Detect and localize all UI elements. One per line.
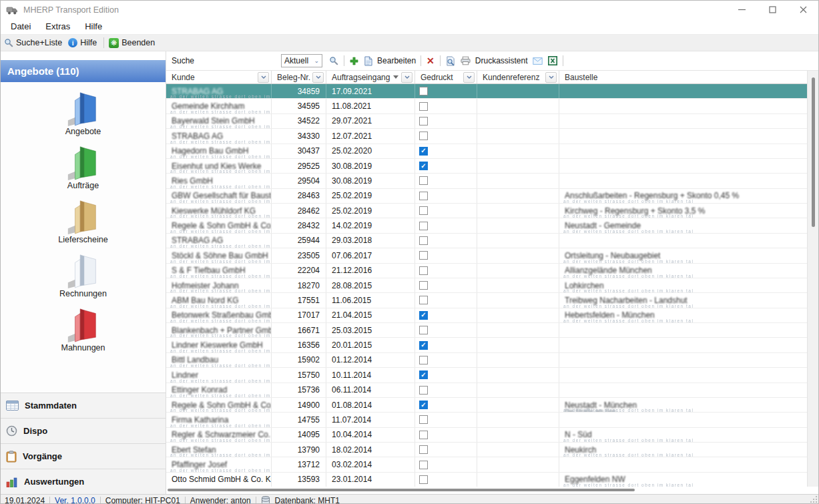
column-header-baustelle[interactable]: Baustelle [559,71,808,83]
resize-grip[interactable] [810,495,818,504]
vertical-scroll-thumb[interactable] [812,77,815,227]
gedruckt-checkbox[interactable] [419,296,428,304]
table-row[interactable]: Pfaffinger Josefan der weiten strasse do… [166,457,808,472]
table-row[interactable]: Betonwerk Straßenbau GmbHan der weiten s… [166,308,808,323]
filter-button[interactable] [312,72,324,83]
table-row[interactable]: Gemeinde Kirchhaman der weiten strasse d… [166,99,808,113]
column-header-gedruckt[interactable]: Gedruckt [415,71,477,83]
gedruckt-checkbox[interactable] [419,236,428,245]
druckassistent-label[interactable]: Druckassistent [473,56,530,65]
table-row[interactable]: Regler & Schwarzmeier Co. KGan der weite… [166,428,808,443]
email-button[interactable] [530,57,545,65]
gedruckt-checkbox[interactable] [419,326,428,334]
table-row[interactable]: Hofmeister Johannan der weiten strasse d… [166,278,808,293]
sidebar-folder-lieferscheine[interactable]: Lieferscheine [1,197,166,251]
table-row[interactable]: Firma Katharinaan der weiten strasse dor… [166,413,808,427]
sidebar-folder-auftraege[interactable]: Aufträge [1,143,166,197]
gedruckt-checkbox[interactable] [419,386,428,395]
gedruckt-checkbox[interactable] [419,370,428,379]
gedruckt-checkbox[interactable] [419,281,428,290]
table-row[interactable]: Regele & Sohn GmbH & Co. KGan der weiten… [166,398,808,413]
bearbeiten-label[interactable]: Bearbeiten [375,56,418,65]
vertical-scrollbar[interactable] [807,71,818,487]
column-header-kundenreferenz[interactable]: Kundenreferenz [477,71,559,83]
table-row[interactable]: ABM Bau Nord KGan der weiten strasse dor… [166,293,808,308]
add-record-button[interactable] [347,57,361,65]
column-header-auftragseingang[interactable]: Auftragseingang [326,71,415,83]
table-row[interactable]: Bayerwald Stein GmbHan der weiten strass… [166,114,808,129]
suche-liste-button[interactable]: Suche+Liste [2,37,66,49]
close-button[interactable] [788,1,818,19]
horizontal-scrollbar[interactable] [166,487,808,494]
table-row[interactable]: Lindneran der weiten strasse dort oben i… [166,368,808,383]
gedruckt-checkbox[interactable] [419,206,428,215]
excel-export-button[interactable] [545,56,560,65]
gedruckt-checkbox[interactable] [419,415,428,424]
gedruckt-checkbox[interactable] [419,445,428,454]
table-row[interactable]: Bittl Landbauan der weiten strasse dort … [166,353,808,368]
search-input[interactable] [198,53,281,68]
gedruckt-checkbox[interactable] [419,147,428,156]
search-scope-select[interactable]: Aktuell ⌄ [281,54,322,67]
gedruckt-checkbox[interactable] [419,87,428,95]
filter-button[interactable] [545,72,557,83]
sidebar-folder-mahnungen[interactable]: Mahnungen [1,305,166,359]
menu-extras[interactable]: Extras [38,20,77,33]
nav-item-dispo[interactable]: Dispo [1,418,166,443]
horizontal-scroll-thumb[interactable] [168,489,635,491]
column-header-beleg-nr-[interactable]: Beleg-Nr. [272,71,326,83]
nav-item-stammdaten[interactable]: Stammdaten [1,393,166,418]
table-row[interactable]: Hagedorn Bau GmbHan der weiten strasse d… [166,144,808,159]
gedruckt-checkbox[interactable] [419,431,428,439]
table-row[interactable]: Kieswerke Mühldorf KGan der weiten stras… [166,204,808,218]
gedruckt-checkbox[interactable] [419,222,428,230]
gedruckt-checkbox[interactable] [419,192,428,200]
table-row[interactable]: STRABAG AGan der weiten strasse dort obe… [166,129,808,144]
gedruckt-checkbox[interactable] [419,176,428,185]
table-row[interactable]: Ettinger Konradan der weiten strasse dor… [166,383,808,398]
table-row[interactable]: Ries GmbHan der weiten strasse dort oben… [166,174,808,188]
table-row[interactable]: Eisenhut und Kies Werkean der weiten str… [166,159,808,174]
table-row[interactable]: Ebert Stefanan der weiten strasse dort o… [166,443,808,457]
table-row[interactable]: STRABAG AGan der weiten strasse dort obe… [166,84,808,99]
gedruckt-checkbox[interactable] [419,475,428,484]
gedruckt-checkbox[interactable] [419,356,428,364]
table-row[interactable]: S & F Tiefbau GmbHan der weiten strasse … [166,264,808,278]
filter-button[interactable] [463,72,475,83]
table-row[interactable]: STRABAG AGan der weiten strasse dort obe… [166,234,808,248]
version-link[interactable]: Ver. 1.0.0.0 [55,496,95,504]
hilfe-button[interactable]: i Hilfe [66,37,101,49]
sidebar-folder-rechnungen[interactable]: Rechnungen [1,251,166,305]
gedruckt-checkbox[interactable] [419,117,428,125]
filter-button[interactable] [258,72,269,83]
table-row[interactable]: Regele & Sohn GmbH & Co. KGan der weiten… [166,218,808,233]
table-row[interactable]: Stöckl & Söhne Bau GmbHan der weiten str… [166,248,808,263]
gedruckt-checkbox[interactable] [419,341,428,350]
table-row[interactable]: Blankenbach + Partner GmbHan der weiten … [166,323,808,338]
column-header-kunde[interactable]: Kunde [166,71,272,83]
gedruckt-checkbox[interactable] [419,266,428,275]
gedruckt-checkbox[interactable] [419,311,428,320]
maximize-button[interactable] [757,1,788,19]
table-row[interactable]: Otto Schmid GmbH & Co. KG1359323.01.2014… [166,473,808,487]
nav-item-auswertungen[interactable]: Auswertungen [1,469,166,494]
edit-record-button[interactable] [361,56,375,66]
run-search-button[interactable] [326,56,341,65]
gedruckt-checkbox[interactable] [419,401,428,409]
gedruckt-checkbox[interactable] [419,132,428,140]
minimize-button[interactable] [726,1,757,19]
delete-record-button[interactable]: ✕ [424,55,437,66]
table-row[interactable]: Lindner Kieswerke GmbHan der weiten stra… [166,338,808,352]
gedruckt-checkbox[interactable] [419,162,428,170]
nav-item-vorgaenge[interactable]: Vorgänge [1,443,166,469]
gedruckt-checkbox[interactable] [419,102,428,111]
table-row[interactable]: GBW Gesellschaft für Baustoff-an der wei… [166,189,808,204]
gedruckt-checkbox[interactable] [419,251,428,260]
menu-hilfe[interactable]: Hilfe [77,20,109,33]
beenden-button[interactable]: ❋ Beenden [107,37,159,49]
print-button[interactable] [458,56,473,65]
gedruckt-checkbox[interactable] [419,461,428,469]
sidebar-folder-angebote[interactable]: Angebote [1,89,166,143]
menu-datei[interactable]: Datei [3,20,38,33]
print-preview-button[interactable] [443,56,458,66]
